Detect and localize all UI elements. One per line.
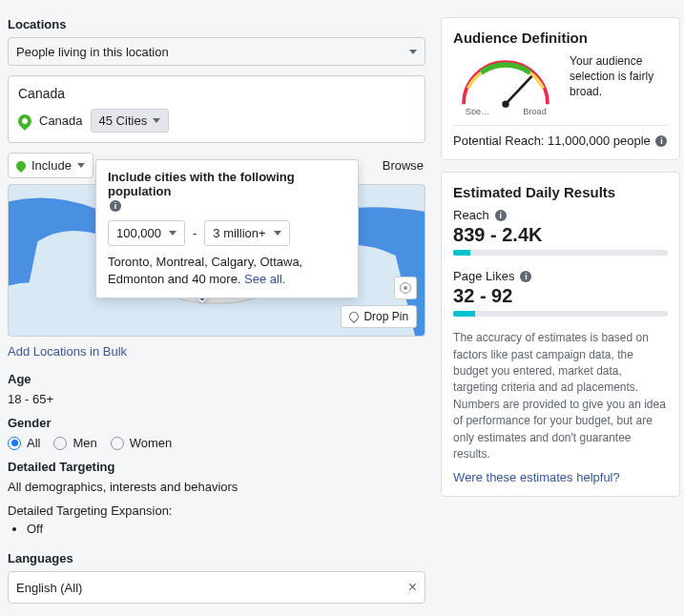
reach-bar [453,250,668,256]
svg-point-2 [502,100,508,107]
potential-reach: Potential Reach: 11,000,000 people i [453,125,668,148]
locate-button[interactable] [394,277,417,299]
popover-desc: Toronto, Montreal, Calgary, Ottawa, Edmo… [108,254,346,288]
feedback-link[interactable]: Were these estimates helpful? [453,470,620,484]
popover-title: Include cities with the following popula… [108,170,346,198]
likes-bar [453,311,668,317]
targeting-value: All demographics, interests and behavior… [8,480,425,494]
gender-men-label: Men [73,436,96,450]
pop-min-value: 100,000 [116,226,161,240]
info-icon[interactable]: i [495,210,507,221]
location-pin-icon [14,158,28,172]
chevron-down-icon [169,231,176,236]
likes-value: 32 - 92 [453,285,668,307]
radio-icon [53,437,67,450]
gender-all-label: All [27,436,40,450]
cities-chip-label: 45 Cities [99,113,148,128]
gender-men-radio[interactable]: Men [53,436,96,450]
range-dash: - [193,226,197,240]
targeting-label: Detailed Targeting [8,460,425,474]
likes-label: Page Likes i [453,269,668,283]
drop-pin-button[interactable]: Drop Pin [341,305,417,328]
location-box: Canada Canada 45 Cities [8,75,425,143]
people-living-value: People living in this location [16,45,169,59]
estimated-title: Estimated Daily Results [453,184,668,200]
people-living-select[interactable]: People living in this location [8,37,425,66]
country-chip: Canada [39,113,83,128]
chevron-down-icon [153,118,160,123]
svg-text:Spe…: Spe… [466,107,489,114]
see-all-link[interactable]: See all. [244,272,285,286]
clear-icon[interactable]: × [408,579,417,596]
locations-label: Locations [8,17,425,31]
reach-value: 839 - 2.4K [453,224,668,246]
crosshair-icon [400,282,411,294]
gender-all-radio[interactable]: All [8,436,40,450]
chevron-down-icon [77,163,85,168]
pop-max-value: 3 million+ [213,226,265,240]
drop-pin-label: Drop Pin [363,310,408,323]
info-icon[interactable]: i [655,135,667,147]
include-label: Include [31,158,72,173]
svg-line-1 [506,76,531,104]
gender-women-radio[interactable]: Women [111,436,173,450]
pop-min-select[interactable]: 100,000 [108,220,185,246]
estimated-results-panel: Estimated Daily Results Reach i 839 - 2.… [441,172,680,497]
audience-definition-panel: Audience Definition Spe… Broad Your audi… [441,17,680,160]
radio-icon [111,437,124,450]
pop-max-select[interactable]: 3 million+ [204,220,289,246]
browse-label[interactable]: Browse [381,154,425,177]
cities-popover: Include cities with the following popula… [95,159,359,298]
include-button[interactable]: Include [8,153,93,178]
location-pin-icon [15,112,34,131]
pin-icon [347,310,361,323]
radio-icon [8,437,21,450]
chevron-down-icon [274,231,281,236]
svg-text:Broad: Broad [523,107,546,114]
info-icon[interactable]: i [520,271,531,282]
expansion-value: Off [27,522,425,536]
reach-label: Reach i [453,208,668,222]
disclaimer-text: The accuracy of estimates is based on fa… [453,330,668,462]
gender-radio-group: All Men Women [8,436,425,450]
languages-label: Languages [8,551,425,565]
audience-gauge: Spe… Broad [453,53,558,117]
age-label: Age [8,372,425,386]
chevron-down-icon [409,50,417,54]
expansion-label: Detailed Targeting Expansion: [8,503,425,518]
audience-title: Audience Definition [453,30,668,46]
age-value: 18 - 65+ [8,392,425,406]
languages-value: English (All) [16,581,82,595]
info-icon[interactable]: i [110,200,121,212]
gender-women-label: Women [130,436,173,450]
languages-input[interactable]: English (All) × [8,571,425,604]
bulk-locations-link[interactable]: Add Locations in Bulk [8,344,127,359]
cities-chip[interactable]: 45 Cities [91,109,170,133]
country-title: Canada [18,86,415,101]
audience-desc: Your audience selection is fairly broad. [570,53,668,100]
gender-label: Gender [8,416,425,430]
